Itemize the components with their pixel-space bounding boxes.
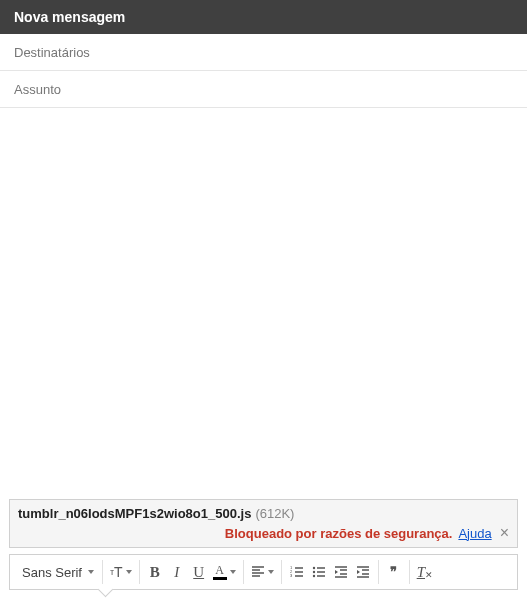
bold-button[interactable]: B (144, 560, 166, 584)
numbered-list-button[interactable]: 123 (286, 560, 308, 584)
font-family-button[interactable]: Sans Serif (18, 560, 98, 584)
caret-down-icon (268, 570, 274, 574)
caret-down-icon (88, 570, 94, 574)
caret-down-icon (230, 570, 236, 574)
recipients-row[interactable] (0, 34, 527, 71)
font-size-button[interactable]: тT (107, 560, 135, 584)
attachment-blocked-message: Bloqueado por razões de segurança. (225, 526, 453, 541)
italic-button[interactable]: I (166, 560, 188, 584)
message-body[interactable] (0, 108, 527, 510)
subject-input[interactable] (14, 82, 513, 97)
remove-formatting-button[interactable]: T✕ (414, 560, 436, 584)
indent-more-button[interactable] (352, 560, 374, 584)
underline-button[interactable]: U (188, 560, 210, 584)
attachment-size: (612K) (255, 506, 294, 521)
attachment-filename: tumblr_n06IodsMPF1s2wio8o1_500.js (18, 506, 251, 521)
recipients-input[interactable] (14, 45, 513, 60)
svg-point-3 (312, 567, 314, 569)
attachment-remove-icon[interactable]: × (500, 525, 509, 541)
svg-text:3: 3 (290, 573, 293, 578)
svg-point-5 (312, 575, 314, 577)
indent-less-button[interactable] (330, 560, 352, 584)
compose-title: Nova mensagem (14, 9, 125, 25)
caret-down-icon (126, 570, 132, 574)
quote-button[interactable]: ❞ (383, 560, 405, 584)
compose-header[interactable]: Nova mensagem (0, 0, 527, 34)
subject-row[interactable] (0, 71, 527, 108)
font-family-label: Sans Serif (22, 565, 82, 580)
bulleted-list-button[interactable] (308, 560, 330, 584)
text-color-button[interactable]: A (210, 560, 239, 584)
bottom-zone: tumblr_n06IodsMPF1s2wio8o1_500.js (612K)… (0, 499, 527, 600)
attachment-help-link[interactable]: Ajuda (458, 526, 491, 541)
align-button[interactable] (248, 560, 277, 584)
svg-point-4 (312, 571, 314, 573)
formatting-toolbar: Sans Serif тT B I U A (9, 554, 518, 590)
attachment-chip[interactable]: tumblr_n06IodsMPF1s2wio8o1_500.js (612K)… (9, 499, 518, 548)
